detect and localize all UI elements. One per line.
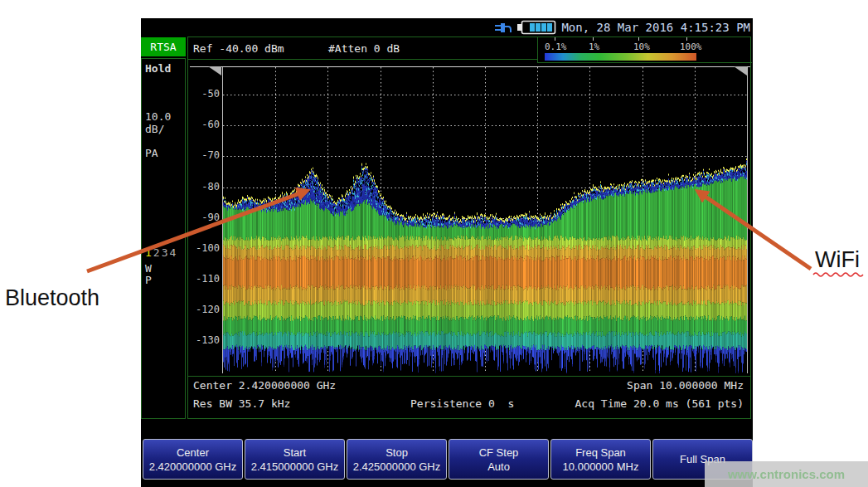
wifi-label: WiFi	[815, 247, 860, 273]
y-axis-label: -80	[188, 181, 220, 192]
softkey-label: Freq Span	[575, 446, 626, 459]
softkey-value: 2.425000000 GHz	[353, 460, 441, 473]
legend-label-3: 100%	[680, 41, 702, 52]
display-frame: Ref -40.00 dBm #Atten 0 dB 0.1% 1% 10% 1…	[187, 37, 751, 419]
y-axis-label: -60	[188, 119, 220, 130]
trace-persist-flag: P	[145, 274, 152, 286]
scale-unit: dB/	[145, 123, 164, 135]
y-axis-label: -70	[188, 149, 220, 161]
wifi-squiggle-underline	[813, 273, 863, 276]
header-divider	[188, 59, 537, 60]
clock: Mon, 28 Mar 2016 4:15:23 PM	[561, 21, 750, 34]
resbw-readout: Res BW 35.7 kHz	[193, 397, 290, 410]
legend-label-0: 0.1%	[545, 41, 567, 52]
watermark: www.cntronics.com	[705, 461, 868, 487]
battery-icon	[516, 20, 556, 35]
ref-level: Ref -40.00 dBm	[193, 42, 284, 55]
legend-label-2: 10%	[633, 41, 650, 52]
trace-write-flag: W	[145, 262, 152, 275]
legend-tick	[638, 37, 639, 41]
acqtime-readout: Acq Time 20.0 ms (561 pts)	[575, 397, 744, 410]
softkey-label: Start	[284, 446, 306, 459]
legend-tick	[686, 37, 687, 41]
y-axis-label: -110	[188, 273, 220, 285]
detector-label: PA	[145, 147, 158, 159]
softkey-freq-span[interactable]: Freq Span 10.000000 MHz	[550, 439, 651, 480]
bluetooth-label: Bluetooth	[5, 285, 99, 311]
density-color-scale	[545, 53, 696, 61]
softkey-value: 2.415000000 GHz	[251, 460, 339, 473]
y-axis-label: -90	[188, 212, 220, 223]
softkey-start[interactable]: Start 2.415000000 GHz	[245, 439, 345, 480]
y-axis-label: -130	[188, 334, 220, 346]
trace-1: 1	[145, 246, 153, 259]
trace-4: 4	[169, 246, 177, 259]
softkey-stop[interactable]: Stop 2.425000000 GHz	[347, 439, 447, 480]
center-readout: Center 2.420000000 GHz	[193, 379, 336, 392]
y-axis-label: -100	[188, 242, 220, 254]
legend-tick	[555, 37, 555, 41]
density-legend: 0.1% 1% 10% 100%	[537, 37, 752, 63]
legend-label-1: 1%	[589, 41, 599, 52]
span-readout: Span 10.000000 MHz	[627, 379, 744, 392]
page: Mon, 28 Mar 2016 4:15:23 PM RTSA Hold 10…	[0, 0, 868, 487]
softkey-value: Auto	[487, 460, 510, 473]
sweep-state: Hold	[145, 62, 171, 75]
footer-divider	[188, 376, 750, 377]
softkey-label: CF Step	[479, 446, 519, 459]
status-bar: Mon, 28 Mar 2016 4:15:23 PM	[141, 18, 753, 37]
softkey-value: 10.000000 MHz	[563, 460, 639, 473]
y-axis-label: -120	[188, 304, 220, 315]
spectrum-canvas	[223, 67, 747, 373]
trace-numbers: 1234	[145, 246, 177, 259]
attenuation: #Atten 0 dB	[328, 42, 400, 55]
y-axis-label: -50	[188, 88, 220, 100]
trace-3: 3	[162, 246, 170, 259]
mode-badge: RTSA	[141, 37, 186, 56]
trace-2: 2	[153, 246, 162, 259]
settings-column: Hold 10.0 dB/ PA 1234 W P	[141, 58, 186, 419]
scale-value: 10.0	[145, 110, 171, 123]
plot-right-border	[747, 67, 748, 373]
softkey-cf-step[interactable]: CF Step Auto	[449, 439, 549, 480]
ac-power-icon	[493, 20, 512, 36]
softkey-label: Center	[177, 446, 209, 459]
legend-tick	[593, 37, 594, 41]
persistence-readout: Persistence 0 s	[410, 397, 514, 410]
softkey-value: 2.420000000 GHz	[149, 460, 237, 473]
softkey-label: Stop	[386, 446, 408, 459]
softkey-center[interactable]: Center 2.420000000 GHz	[143, 439, 243, 480]
